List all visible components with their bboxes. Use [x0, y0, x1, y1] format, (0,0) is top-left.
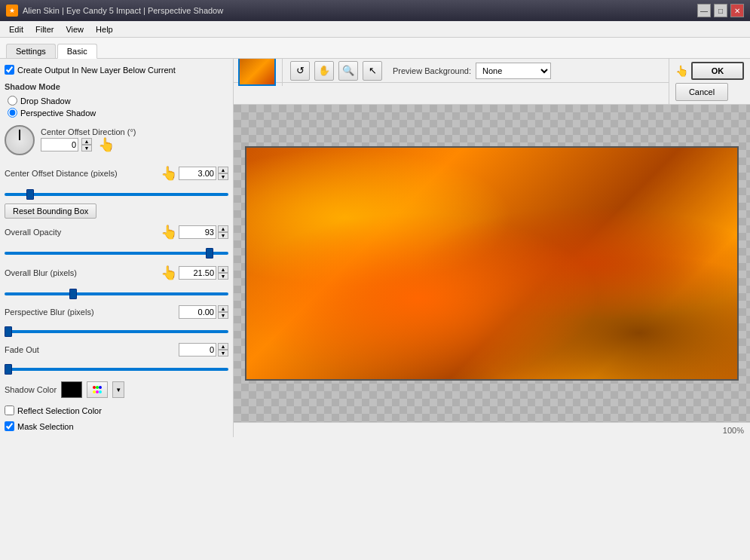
center-offset-direction-label: Center Offset Direction (°): [41, 127, 136, 136]
fade-out-input-group: ▲ ▼: [179, 343, 228, 357]
overall-blur-slider-row: [5, 288, 228, 297]
compass-input-row: ▲ ▼ 👆: [41, 136, 136, 153]
mask-selection-row: Mask Selection: [5, 420, 228, 433]
ok-cancel-panel: 👆 OK Cancel: [669, 59, 750, 104]
tabs-row: Settings Basic: [0, 38, 750, 59]
palette-icon: [91, 384, 103, 395]
preview-image-content: [246, 148, 737, 379]
overall-opacity-input[interactable]: [179, 225, 216, 239]
minimize-button[interactable]: —: [697, 4, 711, 17]
overall-opacity-spinner: ▲ ▼: [218, 225, 228, 239]
center-offset-distance-slider[interactable]: [5, 193, 228, 196]
shadow-mode-group: Drop Shadow Perspective Shadow: [5, 96, 228, 118]
compass-right: Center Offset Direction (°) ▲ ▼ 👆: [41, 127, 136, 153]
cancel-button[interactable]: Cancel: [675, 83, 728, 101]
hand-tool-button[interactable]: ✋: [314, 61, 334, 81]
window-controls[interactable]: — □ ✕: [697, 4, 744, 17]
preview-thumbnails: [238, 59, 283, 86]
compass-needle: [19, 130, 20, 140]
zoom-level: 100%: [723, 426, 744, 435]
menu-filter[interactable]: Filter: [29, 23, 60, 35]
preview-bg-select[interactable]: None White Black Checkerboard: [476, 63, 551, 79]
ok-button[interactable]: OK: [691, 62, 744, 80]
svg-point-3: [93, 390, 96, 393]
menu-view[interactable]: View: [60, 23, 90, 35]
svg-point-0: [93, 386, 96, 389]
center-offset-direction-down[interactable]: ▼: [81, 145, 92, 151]
close-button[interactable]: ✕: [730, 4, 744, 17]
center-offset-direction-up[interactable]: ▲: [81, 138, 92, 145]
fade-out-row: Fade Out ▲ ▼: [5, 343, 228, 357]
perspective-blur-up[interactable]: ▲: [218, 305, 228, 312]
center-offset-direction-input[interactable]: [41, 138, 78, 151]
reflect-selection-label: Reflect Selection Color: [17, 406, 102, 415]
create-output-checkbox[interactable]: [5, 65, 14, 75]
perspective-shadow-radio[interactable]: [8, 108, 17, 118]
svg-point-5: [99, 390, 102, 393]
shadow-color-swatch[interactable]: [61, 381, 82, 398]
overall-opacity-label: Overall Opacity: [5, 228, 61, 237]
preview-image: [245, 146, 739, 381]
overall-opacity-down[interactable]: ▼: [218, 232, 228, 239]
perspective-blur-input-group: ▲ ▼: [179, 305, 228, 319]
overall-opacity-up[interactable]: ▲: [218, 225, 228, 232]
compass-widget[interactable]: [5, 125, 35, 155]
left-panel: Create Output In New Layer Below Current…: [0, 59, 234, 437]
perspective-blur-down[interactable]: ▼: [218, 312, 228, 319]
fade-out-slider[interactable]: [5, 368, 228, 371]
center-offset-distance-spinner: ▲ ▼: [218, 167, 228, 180]
title-bar: ★ Alien Skin | Eye Candy 5 Impact | Pers…: [0, 0, 750, 21]
arrow-icon: ↖: [369, 65, 377, 76]
svg-point-2: [99, 386, 102, 389]
tab-settings[interactable]: Settings: [6, 44, 56, 58]
ok-row: 👆 OK: [675, 62, 744, 80]
color-palette-button[interactable]: [87, 381, 108, 398]
center-offset-distance-label: Center Offset Distance (pixels): [5, 169, 118, 178]
fade-out-up[interactable]: ▲: [218, 343, 228, 350]
fade-out-input[interactable]: [179, 343, 216, 357]
menu-edit[interactable]: Edit: [3, 23, 29, 35]
center-offset-distance-input[interactable]: [179, 167, 216, 180]
center-offset-distance-down[interactable]: ▼: [218, 173, 228, 180]
drop-shadow-radio[interactable]: [8, 96, 17, 106]
perspective-blur-slider[interactable]: [5, 330, 228, 333]
thumb-image-1: [240, 59, 274, 84]
perspective-blur-slider-row: [5, 326, 228, 335]
color-dropdown-button[interactable]: ▼: [112, 381, 124, 398]
menu-help[interactable]: Help: [90, 23, 119, 35]
compass-row: Center Offset Direction (°) ▲ ▼ 👆: [5, 125, 228, 155]
perspective-blur-label: Perspective Blur (pixels): [5, 308, 94, 317]
title-bar-left: ★ Alien Skin | Eye Candy 5 Impact | Pers…: [6, 5, 223, 17]
center-offset-distance-slider-row: [5, 188, 228, 197]
center-offset-distance-up[interactable]: ▲: [218, 167, 228, 173]
perspective-shadow-row: Perspective Shadow: [8, 108, 228, 118]
status-bar: 100%: [234, 422, 750, 437]
right-toolbar-area: ↺ ✋ 🔍 ↖ Preview Background: None White B…: [234, 59, 750, 105]
overall-blur-input[interactable]: [179, 266, 216, 280]
mask-selection-checkbox[interactable]: [5, 421, 14, 431]
fade-out-down[interactable]: ▼: [218, 350, 228, 357]
opacity-pointer-icon: 👆: [161, 224, 177, 240]
overall-blur-slider[interactable]: [5, 292, 228, 295]
blur-pointer-icon: 👆: [161, 265, 177, 281]
overall-opacity-slider[interactable]: [5, 252, 228, 255]
overall-blur-up[interactable]: ▲: [218, 266, 228, 273]
preview-thumb-1[interactable]: [238, 59, 276, 86]
perspective-blur-input[interactable]: [179, 305, 216, 319]
reset-bounding-box-button[interactable]: Reset Bounding Box: [5, 203, 96, 219]
magnify-tool-button[interactable]: 🔍: [338, 61, 358, 81]
drop-shadow-label: Drop Shadow: [20, 96, 71, 106]
center-offset-direction-spinner: ▲ ▼: [81, 138, 92, 151]
maximize-button[interactable]: □: [714, 4, 727, 17]
overall-blur-down[interactable]: ▼: [218, 273, 228, 280]
arrow-tool-button[interactable]: ↖: [363, 61, 382, 81]
overall-blur-spinner: ▲ ▼: [218, 266, 228, 280]
fade-out-spinner: ▲ ▼: [218, 343, 228, 357]
mask-selection-label: Mask Selection: [17, 422, 74, 431]
preview-canvas[interactable]: [234, 105, 750, 422]
reflect-selection-checkbox[interactable]: [5, 405, 14, 415]
overall-opacity-row: Overall Opacity 👆 ▲ ▼: [5, 224, 228, 240]
zoom-tool-button[interactable]: ↺: [290, 61, 310, 81]
tab-basic[interactable]: Basic: [57, 44, 97, 59]
shadow-color-label: Shadow Color: [5, 385, 57, 394]
